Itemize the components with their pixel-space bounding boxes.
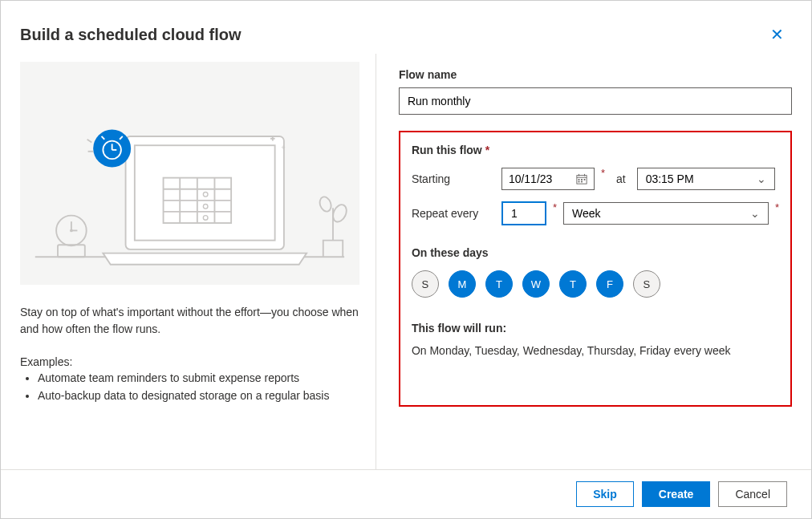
required-mark: *: [485, 144, 489, 156]
at-label: at: [616, 172, 626, 185]
create-button[interactable]: Create: [642, 481, 711, 507]
svg-rect-35: [581, 179, 583, 180]
start-time-value: 03:15 PM: [646, 172, 694, 185]
required-mark: *: [775, 201, 779, 213]
svg-rect-5: [58, 245, 85, 257]
repeat-unit-value: Week: [572, 207, 601, 220]
dialog-title: Build a scheduled cloud flow: [20, 26, 242, 44]
day-saturday[interactable]: S: [633, 270, 660, 298]
close-button[interactable]: ✕: [767, 22, 787, 47]
starting-row: Starting 10/11/23: [412, 168, 779, 190]
scheduled-flow-dialog: Build a scheduled cloud flow ✕: [1, 1, 811, 518]
svg-point-8: [318, 195, 333, 213]
svg-line-25: [87, 140, 92, 143]
svg-rect-10: [135, 145, 275, 240]
day-tuesday[interactable]: T: [485, 270, 513, 298]
run-summary-text: On Monday, Tuesday, Wednesday, Thursday,…: [412, 344, 779, 357]
start-date-value: 10/11/23: [509, 172, 553, 185]
skip-button[interactable]: Skip: [576, 481, 634, 507]
dialog-content: + Stay on top of what's important withou…: [1, 54, 811, 469]
repeat-row: Repeat every * Week ⌄ *: [412, 201, 779, 225]
days-row: S M T W T F S: [412, 270, 779, 298]
example-item: Automate team reminders to submit expens…: [38, 370, 359, 387]
flow-name-label: Flow name: [399, 68, 792, 81]
examples-label: Examples:: [20, 355, 359, 368]
start-time-select[interactable]: 03:15 PM ⌄: [637, 168, 775, 190]
day-sunday[interactable]: S: [412, 270, 439, 298]
dialog-header: Build a scheduled cloud flow ✕: [1, 1, 811, 54]
start-date-input[interactable]: 10/11/23: [501, 168, 595, 190]
required-mark: *: [601, 167, 605, 179]
svg-rect-36: [584, 179, 586, 180]
calendar-icon: [576, 173, 587, 184]
starting-label: Starting: [412, 172, 495, 185]
required-mark: *: [553, 201, 557, 213]
days-section: On these days S M T W T F S: [412, 246, 779, 298]
svg-rect-38: [581, 181, 583, 183]
repeat-interval-input[interactable]: [501, 201, 546, 225]
close-icon: ✕: [770, 26, 784, 43]
on-days-label: On these days: [412, 246, 779, 259]
svg-rect-37: [579, 181, 580, 183]
example-item: Auto-backup data to designated storage o…: [38, 387, 359, 405]
repeat-unit-select[interactable]: Week ⌄: [563, 202, 769, 225]
schedule-settings-box: Run this flow * Starting 10/11/23: [399, 131, 792, 407]
examples-list: Automate team reminders to submit expens…: [20, 370, 359, 404]
svg-rect-34: [579, 179, 580, 180]
run-this-flow-label: Run this flow *: [412, 144, 779, 156]
illustration: +: [20, 62, 359, 285]
day-thursday[interactable]: T: [559, 270, 587, 298]
laptop-illustration: +: [20, 62, 359, 285]
dialog-footer: Skip Create Cancel: [1, 469, 811, 518]
svg-text:+: +: [281, 143, 286, 152]
flow-name-input[interactable]: [399, 87, 792, 115]
chevron-down-icon: ⌄: [757, 172, 766, 185]
day-wednesday[interactable]: W: [522, 270, 550, 298]
right-panel: Flow name Run this flow * Starting 10/11…: [376, 54, 792, 469]
cancel-button[interactable]: Cancel: [718, 481, 787, 507]
description-text: Stay on top of what's important without …: [20, 304, 359, 338]
day-friday[interactable]: F: [596, 270, 623, 298]
day-monday[interactable]: M: [449, 270, 476, 298]
repeat-label: Repeat every: [412, 207, 495, 220]
chevron-down-icon: ⌄: [750, 207, 760, 220]
run-summary-label: This flow will run:: [412, 322, 779, 335]
left-panel: + Stay on top of what's important withou…: [20, 54, 376, 469]
